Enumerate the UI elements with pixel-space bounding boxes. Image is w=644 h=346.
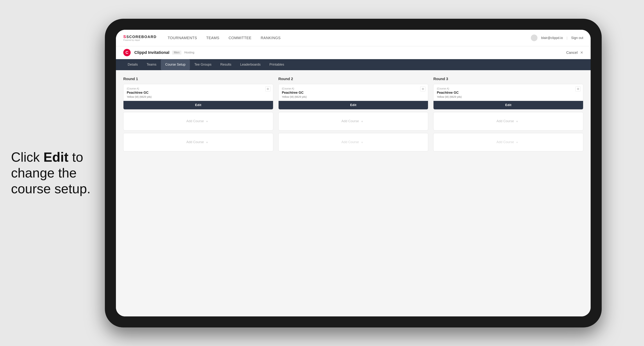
round-2-course-detail: Yellow (M) (6629 yds)	[282, 95, 425, 98]
round-1-add-course-1[interactable]: Add Course ＋	[123, 112, 273, 131]
user-email: blair@clippd.io	[541, 36, 563, 40]
round-3-course-card: ⊗ (Course A) Peachtree GC Yellow (M) (66…	[433, 84, 583, 110]
round-1-edit-button[interactable]: Edit	[124, 101, 273, 109]
instruction-text: Click Edit tochange thecourse setup.	[0, 142, 107, 204]
scoreboard-logo: SSCOREBOARD Powered by clippd	[123, 35, 156, 41]
top-nav: SSCOREBOARD Powered by clippd TOURNAMENT…	[116, 30, 591, 46]
tab-details[interactable]: Details	[123, 59, 142, 70]
round-2-course-label: (Course A)	[282, 87, 425, 90]
tablet-screen: SSCOREBOARD Powered by clippd TOURNAMENT…	[116, 30, 591, 316]
round-1-course-label: (Course A)	[127, 87, 270, 90]
round-1-course-name: Peachtree GC	[127, 91, 270, 95]
round-2-header: Round 2	[278, 77, 428, 81]
round-3-add-course-2: Add Course ＋	[433, 133, 583, 152]
round-1-delete-button[interactable]: ⊗	[265, 86, 270, 92]
round-1-course-card: ⊗ (Course A) Peachtree GC Yellow (M) (66…	[123, 84, 273, 110]
round-2-delete-button[interactable]: ⊗	[420, 86, 426, 92]
nav-committee[interactable]: COMMITTEE	[228, 36, 252, 40]
round-2-add-course-2: Add Course ＋	[278, 133, 428, 152]
tab-printables[interactable]: Printables	[265, 59, 288, 70]
tab-leaderboards[interactable]: Leaderboards	[236, 59, 265, 70]
instruction-bold: Edit	[44, 150, 68, 165]
round-3-course-label: (Course A)	[437, 87, 580, 90]
round-1-column: Round 1 ⊗ (Course A) Peachtree GC Yellow…	[123, 77, 273, 154]
add-course-icon-6: Add Course	[496, 140, 514, 144]
sub-tabs: Details Teams Course Setup Tee Groups Re…	[116, 59, 591, 70]
instruction-prefix: Click	[11, 150, 44, 165]
add-course-icon-4: Add Course	[341, 140, 359, 144]
nav-teams[interactable]: TEAMS	[206, 36, 219, 40]
nav-separator: |	[566, 36, 568, 40]
round-3-course-detail: Yellow (M) (6629 yds)	[437, 95, 580, 98]
tablet-frame: SSCOREBOARD Powered by clippd TOURNAMENT…	[105, 19, 602, 328]
nav-right: blair@clippd.io | Sign out	[531, 34, 583, 41]
round-3-add-course-1[interactable]: Add Course ＋	[433, 112, 583, 131]
round-3-edit-button[interactable]: Edit	[434, 101, 583, 109]
nav-tournaments[interactable]: TOURNAMENTS	[168, 36, 197, 40]
round-1-add-course-2[interactable]: Add Course ＋	[123, 133, 273, 152]
round-3-delete-button[interactable]: ⊗	[575, 86, 580, 92]
plus-icon-5: ＋	[516, 119, 519, 124]
add-course-icon-1: Add Course	[186, 119, 204, 123]
round-2-course-name: Peachtree GC	[282, 91, 425, 95]
cancel-x-icon: ✕	[580, 50, 583, 55]
event-status: Hosting	[184, 51, 194, 54]
plus-icon-1: ＋	[205, 119, 209, 124]
round-3-header: Round 3	[433, 77, 583, 81]
logo-letter: S	[123, 34, 126, 39]
round-2-add-course-1[interactable]: Add Course ＋	[278, 112, 428, 131]
plus-icon-2: ＋	[205, 140, 209, 145]
user-avatar	[531, 34, 538, 41]
plus-icon-6: ＋	[516, 140, 519, 145]
round-2-course-inner: ⊗ (Course A) Peachtree GC Yellow (M) (66…	[278, 84, 428, 98]
add-course-icon-3: Add Course	[341, 119, 359, 123]
tab-teams[interactable]: Teams	[142, 59, 161, 70]
event-name: Clippd Invitational	[134, 50, 170, 55]
event-bar: C Clippd Invitational Men Hosting Cancel…	[116, 46, 591, 59]
round-3-column: Round 3 ⊗ (Course A) Peachtree GC Yellow…	[433, 77, 583, 154]
plus-icon-3: ＋	[360, 119, 364, 124]
round-2-edit-button[interactable]: Edit	[278, 101, 428, 109]
nav-links: TOURNAMENTS TEAMS COMMITTEE RANKINGS	[168, 36, 531, 40]
main-content: Round 1 ⊗ (Course A) Peachtree GC Yellow…	[116, 70, 591, 316]
round-1-course-inner: ⊗ (Course A) Peachtree GC Yellow (M) (66…	[124, 84, 273, 98]
round-1-course-detail: Yellow (M) (6629 yds)	[127, 95, 270, 98]
event-gender-badge: Men	[172, 50, 182, 55]
round-3-course-inner: ⊗ (Course A) Peachtree GC Yellow (M) (66…	[434, 84, 583, 98]
round-1-header: Round 1	[123, 77, 273, 81]
round-3-course-name: Peachtree GC	[437, 91, 580, 95]
event-actions: Cancel ✕	[566, 50, 583, 55]
round-2-course-card: ⊗ (Course A) Peachtree GC Yellow (M) (66…	[278, 84, 428, 110]
plus-icon-4: ＋	[360, 140, 364, 145]
rounds-container: Round 1 ⊗ (Course A) Peachtree GC Yellow…	[123, 77, 583, 154]
round-2-column: Round 2 ⊗ (Course A) Peachtree GC Yellow…	[278, 77, 428, 154]
logo-title: SSCOREBOARD	[123, 35, 156, 39]
logo-subtitle: Powered by clippd	[123, 39, 156, 41]
add-course-icon-5: Add Course	[496, 119, 514, 123]
add-course-icon-2: Add Course	[186, 140, 204, 144]
tab-results[interactable]: Results	[216, 59, 236, 70]
sign-out-link[interactable]: Sign out	[571, 36, 583, 40]
tab-tee-groups[interactable]: Tee Groups	[190, 59, 216, 70]
nav-rankings[interactable]: RANKINGS	[261, 36, 280, 40]
event-logo: C	[123, 49, 131, 56]
tab-course-setup[interactable]: Course Setup	[161, 59, 190, 70]
cancel-button[interactable]: Cancel ✕	[566, 50, 583, 55]
